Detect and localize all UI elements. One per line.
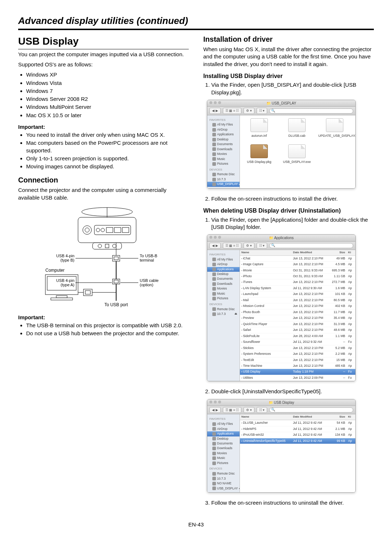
- eject-icon[interactable]: ⏏: [239, 487, 240, 491]
- table-row[interactable]: TextEditJun 13, 2012 2:10 PM15 MBAp: [240, 357, 355, 363]
- table-row[interactable]: Mission ControlJun 13, 2012 2:10 PM402 K…: [240, 303, 355, 309]
- arrange-menu[interactable]: ☷ ▾: [257, 108, 268, 114]
- sidebar-item[interactable]: Pictures: [207, 296, 240, 301]
- finder-content-list: Name Date Modified Size Ki iChatJun 13, …: [240, 250, 355, 381]
- col-size[interactable]: Size: [328, 250, 347, 255]
- search-input[interactable]: [269, 243, 353, 248]
- table-row[interactable]: SoundflowerJul 11, 2012 9:32 AM--Fo: [240, 339, 355, 345]
- sidebar-item[interactable]: USB_DISPLAY⏏: [207, 486, 240, 491]
- sidebar-item[interactable]: Documents: [207, 441, 240, 446]
- view-buttons[interactable]: ☰ ▦ ≡ ☷: [223, 108, 242, 114]
- sidebar-item[interactable]: Downloads: [207, 147, 240, 152]
- sidebar-item[interactable]: Documents: [207, 276, 240, 281]
- view-buttons[interactable]: ☰ ▦ ≡ ☷: [223, 407, 242, 413]
- sidebar-item[interactable]: Applications: [207, 132, 240, 137]
- eject-icon[interactable]: ⏏: [239, 182, 240, 186]
- col-kind[interactable]: Ki: [347, 250, 355, 255]
- table-row[interactable]: PreviewJun 13, 2012 2:10 PM35.4 MBAp: [240, 315, 355, 321]
- cell-date: Jun 13, 2012 2:10 PM: [291, 256, 328, 261]
- sidebar-item[interactable]: NO NAME: [207, 481, 240, 486]
- table-row[interactable]: QuickTime PlayerJun 13, 2012 2:10 PM31.3…: [240, 321, 355, 327]
- sidebar-item[interactable]: Movies: [207, 451, 240, 456]
- action-menu[interactable]: ⚙ ▾: [244, 108, 254, 114]
- table-row[interactable]: StickiesJun 13, 2012 2:10 PM5.2 MBAp: [240, 345, 355, 351]
- sidebar-item[interactable]: Music: [207, 157, 240, 161]
- sidebar-item[interactable]: Documents: [207, 142, 240, 147]
- sidebar-item[interactable]: Applications: [207, 431, 240, 436]
- table-row[interactable]: iChatJun 13, 2012 2:10 PM49 MBAp: [240, 256, 355, 262]
- list-item: Windows Server 2008 R2: [26, 95, 189, 103]
- table-row[interactable]: iMovieOct 31, 2011 9:33 AM695.3 MBAp: [240, 268, 355, 274]
- col-date[interactable]: Date Modified: [291, 250, 328, 255]
- sidebar-item[interactable]: Downloads: [207, 282, 240, 286]
- table-row[interactable]: System PreferencesJun 13, 2012 2:10 PM2.…: [240, 351, 355, 357]
- cell-kind: Ap: [347, 363, 355, 369]
- sidebar-item[interactable]: Applications: [207, 267, 240, 272]
- file-icon[interactable]: autorun.inf: [243, 118, 275, 138]
- search-input[interactable]: [269, 108, 353, 114]
- col-size[interactable]: Size: [328, 414, 347, 420]
- search-input[interactable]: [269, 407, 353, 413]
- table-row[interactable]: iProUSB-win32Jul 11, 2012 9:42 AM134 KBA…: [240, 432, 355, 438]
- sidebar-item[interactable]: All My Files: [207, 122, 240, 127]
- table-row[interactable]: Time MachineJun 13, 2012 2:10 PM485 KBAp: [240, 363, 355, 369]
- sidebar-item[interactable]: Downloads: [207, 446, 240, 451]
- sidebar-item[interactable]: Movies: [207, 286, 240, 291]
- cell-kind: Ap: [347, 309, 355, 315]
- file-icon[interactable]: USB_DISPLAY.exe: [281, 144, 313, 164]
- table-row[interactable]: MailJun 13, 2012 2:10 PM80.5 MBAp: [240, 297, 355, 303]
- sidebar-item[interactable]: AirDrop: [207, 427, 240, 431]
- view-buttons[interactable]: ☰ ▦ ≡ ☷: [223, 243, 242, 249]
- table-row[interactable]: SafariJun 13, 2012 2:10 PM48.6 MBAp: [240, 327, 355, 333]
- col-kind[interactable]: Ki: [347, 414, 355, 420]
- col-name[interactable]: Name: [240, 414, 291, 420]
- svg-text:terminal: terminal: [140, 258, 154, 262]
- sidebar-item[interactable]: Music: [207, 456, 240, 460]
- sidebar-item[interactable]: 10.7.3⏏: [207, 312, 240, 316]
- table-row[interactable]: Photo BoothJun 13, 2012 2:10 PM11.7 MBAp: [240, 309, 355, 315]
- table-row[interactable]: DLUSB_LauncherJul 11, 2012 9:42 AM54 KBA…: [240, 420, 355, 426]
- col-date[interactable]: Date Modified: [291, 414, 328, 420]
- sidebar-item[interactable]: Pictures: [207, 161, 240, 166]
- action-menu[interactable]: ⚙ ▾: [244, 243, 254, 249]
- back-forward-buttons[interactable]: ◀ ▶: [209, 243, 221, 249]
- sidebar-item[interactable]: All My Files: [207, 257, 240, 262]
- sidebar-item[interactable]: All My Files: [207, 422, 240, 426]
- table-row[interactable]: USB DisplayToday 1:18 PM--Fo: [240, 369, 355, 375]
- back-forward-buttons[interactable]: ◀ ▶: [209, 108, 221, 114]
- eject-icon[interactable]: ⏏: [234, 312, 237, 316]
- back-forward-buttons[interactable]: ◀ ▶: [209, 407, 221, 413]
- file-icon[interactable]: UPDATE_USB_DISPLAY.cmd: [318, 118, 351, 138]
- table-row[interactable]: Image CaptureJun 13, 2012 2:10 PM4.5 MBA…: [240, 262, 355, 267]
- arrange-menu[interactable]: ☷ ▾: [257, 243, 268, 249]
- sidebar-item[interactable]: 10.7.3: [207, 476, 240, 481]
- table-row[interactable]: HideWPSJul 11, 2012 9:42 AM2.1 MBAp: [240, 426, 355, 432]
- table-row[interactable]: SidePodLiteJun 28, 2012 4:00 AM1.1 MBAp: [240, 333, 355, 339]
- table-row[interactable]: iTunesJun 13, 2012 2:10 PM272.7 MBAp: [240, 279, 355, 285]
- sidebar-item[interactable]: Remote Disc: [207, 471, 240, 476]
- sidebar-item[interactable]: USB_DISPLAY⏏: [207, 182, 240, 186]
- table-row[interactable]: UtilitiesJun 13, 2012 2:09 PM--Fo: [240, 375, 355, 381]
- table-row[interactable]: LaunchpadJun 13, 2012 2:10 PM101 KBAp: [240, 291, 355, 297]
- sidebar-item[interactable]: Desktop: [207, 137, 240, 142]
- cell-kind: Ap: [347, 303, 355, 309]
- table-row[interactable]: iPhotoOct 31, 2011 9:33 AM1.11 GBAp: [240, 274, 355, 279]
- sidebar-item[interactable]: Remote Disc: [207, 172, 240, 177]
- file-icon[interactable]: DLUSB.cab: [281, 118, 313, 138]
- sidebar-item[interactable]: AirDrop: [207, 262, 240, 267]
- sidebar-item[interactable]: Remote Disc: [207, 307, 240, 312]
- table-row[interactable]: UninstallVendorSpecificType05Jul 11, 201…: [240, 438, 355, 444]
- action-menu[interactable]: ⚙ ▾: [244, 407, 254, 413]
- file-icon[interactable]: USB Display.pkg: [243, 144, 275, 164]
- sidebar-item[interactable]: AirDrop: [207, 127, 240, 132]
- sidebar-item[interactable]: Desktop: [207, 436, 240, 441]
- col-name[interactable]: Name: [240, 250, 291, 255]
- sidebar-item[interactable]: Movies: [207, 152, 240, 156]
- arrange-menu[interactable]: ☷ ▾: [257, 407, 268, 413]
- sidebar-item[interactable]: Desktop: [207, 272, 240, 276]
- sidebar-item[interactable]: 10.7.3: [207, 177, 240, 182]
- sidebar-item[interactable]: Music: [207, 291, 240, 296]
- table-row[interactable]: LAN Display SystemJul 11, 2012 9:30 AM1.…: [240, 286, 355, 291]
- file-name: USB_DISPLAY.exe: [281, 160, 313, 164]
- sidebar-item[interactable]: Pictures: [207, 461, 240, 465]
